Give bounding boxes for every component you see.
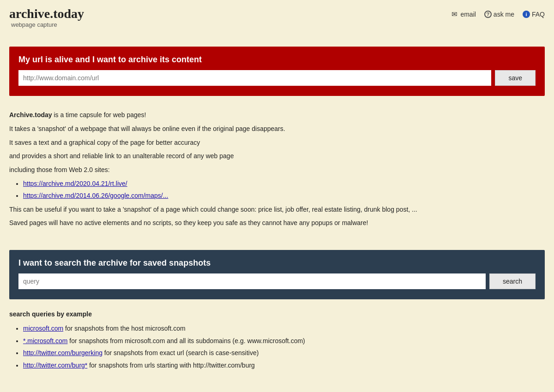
search-examples-section: search queries by example microsoft.com … <box>0 299 554 380</box>
search-examples-list: microsoft.com for snapshots from the hos… <box>23 322 545 371</box>
site-subtitle: webpage capture <box>11 21 84 28</box>
logo-section: archive.today webpage capture <box>9 6 84 28</box>
archive-link-1[interactable]: https://archive.md/2020.04.21/rt.live/ <box>23 180 127 187</box>
example-link-4[interactable]: http://twitter.com/burg* <box>23 362 87 369</box>
archive-heading: My url is alive and I want to archive it… <box>18 55 536 65</box>
site-title: archive.today <box>9 6 84 21</box>
list-item: *.microsoft.com for snapshots from micro… <box>23 335 545 347</box>
list-item: https://archive.md/2014.06.26/google.com… <box>23 190 545 202</box>
example-desc-3: for snapshots from exact url (search is … <box>102 349 259 356</box>
example-desc-2: for snapshots from microsoft.com and all… <box>67 337 305 344</box>
desc-line6: This can be useful if you want to take a… <box>9 204 545 215</box>
search-section: I want to search the archive for saved s… <box>9 250 545 299</box>
info-icon: i <box>523 11 530 18</box>
email-label: email <box>460 11 476 18</box>
desc-line5: including those from Web 2.0 sites: <box>9 165 545 176</box>
description-section: Archive.today is a time capsule for web … <box>0 96 554 236</box>
list-item: https://archive.md/2020.04.21/rt.live/ <box>23 178 545 190</box>
example-link-2[interactable]: *.microsoft.com <box>23 337 67 344</box>
desc-line3: It saves a text and a graphical copy of … <box>9 137 545 148</box>
header-nav: email ? ask me i FAQ <box>450 6 545 18</box>
list-item: microsoft.com for snapshots from the hos… <box>23 322 545 335</box>
header: archive.today webpage capture email ? as… <box>0 0 554 33</box>
archive-link-2[interactable]: https://archive.md/2014.06.26/google.com… <box>23 192 168 199</box>
archive-section: My url is alive and I want to archive it… <box>9 47 545 96</box>
save-button[interactable]: save <box>495 70 536 86</box>
example-desc-1: for snapshots from the host microsoft.co… <box>63 325 186 332</box>
search-input[interactable] <box>18 273 486 289</box>
search-button[interactable]: search <box>489 273 536 289</box>
desc-line1-bold: Archive.today <box>9 111 52 119</box>
url-input[interactable] <box>18 70 491 86</box>
askme-label: ask me <box>494 11 514 18</box>
question-icon: ? <box>484 11 492 18</box>
desc-line7: Saved pages will have no active elements… <box>9 218 545 229</box>
desc-line1: Archive.today is a time capsule for web … <box>9 110 545 121</box>
faq-label: FAQ <box>532 11 545 18</box>
example-link-1[interactable]: microsoft.com <box>23 325 63 332</box>
faq-link[interactable]: i FAQ <box>523 11 545 18</box>
email-icon <box>450 10 458 18</box>
list-item: http://twitter.com/burgerking for snapsh… <box>23 347 545 359</box>
example-desc-4: for snapshots from urls starting with ht… <box>87 362 255 369</box>
email-link[interactable]: email <box>450 10 476 18</box>
search-input-row: search <box>18 273 536 289</box>
archive-input-row: save <box>18 70 536 86</box>
desc-line2: It takes a 'snapshot' of a webpage that … <box>9 124 545 135</box>
desc-links-list: https://archive.md/2020.04.21/rt.live/ h… <box>23 178 545 202</box>
example-link-3[interactable]: http://twitter.com/burgerking <box>23 349 102 356</box>
askme-link[interactable]: ? ask me <box>484 11 514 18</box>
search-examples-heading: search queries by example <box>9 310 545 318</box>
list-item: http://twitter.com/burg* for snapshots f… <box>23 359 545 372</box>
desc-line1-rest: is a time capsule for web pages! <box>52 111 146 119</box>
search-heading: I want to search the archive for saved s… <box>18 258 536 268</box>
desc-line4: and provides a short and reliable link t… <box>9 151 545 162</box>
